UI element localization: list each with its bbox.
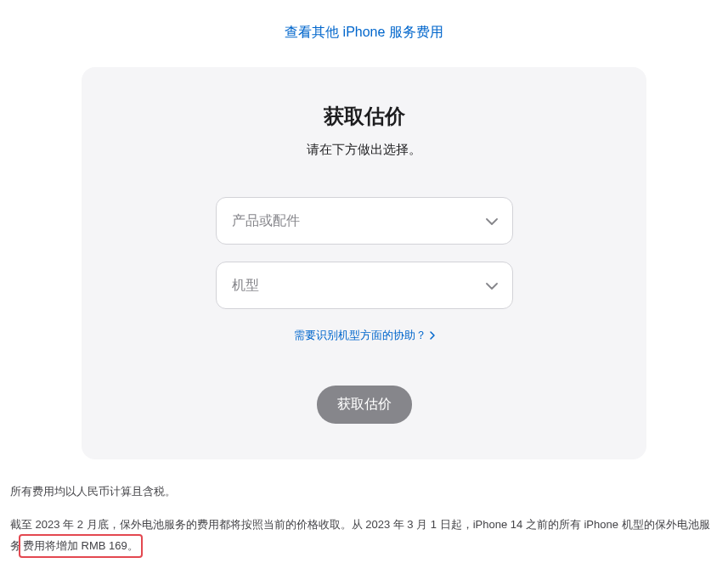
product-select[interactable]: 产品或配件 xyxy=(216,197,513,245)
other-services-link[interactable]: 查看其他 iPhone 服务费用 xyxy=(285,25,443,39)
card-subtitle: 请在下方做出选择。 xyxy=(107,142,621,158)
product-select-placeholder: 产品或配件 xyxy=(232,212,300,230)
help-link-label: 需要识别机型方面的协助？ xyxy=(294,328,426,343)
model-select[interactable]: 机型 xyxy=(216,262,513,309)
chevron-right-icon xyxy=(430,331,435,340)
estimate-card: 获取估价 请在下方做出选择。 产品或配件 机型 需要识别机型方面 xyxy=(82,67,646,459)
model-select-placeholder: 机型 xyxy=(232,277,259,295)
product-select-wrapper: 产品或配件 xyxy=(216,197,513,245)
card-title: 获取估价 xyxy=(107,103,621,130)
highlight-annotation: 费用将增加 RMB 169。 xyxy=(19,534,143,558)
model-select-wrapper: 机型 xyxy=(216,262,513,309)
footer-line1: 所有费用均以人民币计算且含税。 xyxy=(10,483,720,500)
footer-line2: 截至 2023 年 2 月底，保外电池服务的费用都将按照当前的价格收取。从 20… xyxy=(10,515,720,558)
get-estimate-button[interactable]: 获取估价 xyxy=(317,386,412,424)
top-link-container: 查看其他 iPhone 服务费用 xyxy=(8,0,720,67)
footer-text: 所有费用均以人民币计算且含税。 截至 2023 年 2 月底，保外电池服务的费用… xyxy=(10,459,720,558)
help-identify-link[interactable]: 需要识别机型方面的协助？ xyxy=(294,328,435,343)
